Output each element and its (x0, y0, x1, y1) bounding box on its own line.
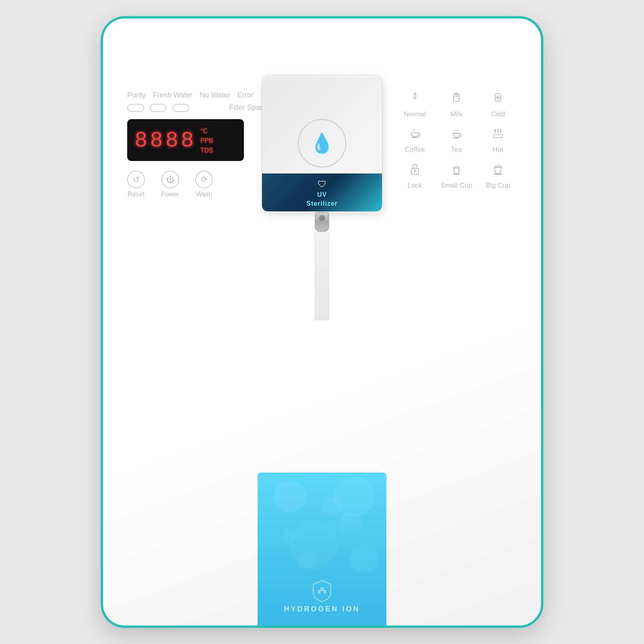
indicator-2 (150, 104, 167, 112)
mode-normal-button[interactable]: Normal (396, 91, 433, 118)
unit-celsius: °C (200, 126, 213, 136)
device-body: Purity Fresh Water No Water Error Filter… (101, 16, 543, 628)
coffee-label: Coffee (405, 146, 425, 154)
mode-small-cup-button[interactable]: Small Cup (438, 162, 475, 190)
purity-label: Purity (127, 91, 146, 99)
svg-rect-8 (453, 174, 460, 175)
cold-icon (491, 91, 505, 108)
water-logo: HYDROGEN ION (284, 578, 360, 613)
normal-icon (408, 91, 422, 108)
brand-text: HYDROGEN ION (284, 605, 360, 613)
power-icon: ⏻ (161, 171, 179, 188)
wash-label: Wash (196, 191, 212, 198)
tea-label: Tea (451, 146, 462, 154)
svg-rect-4 (453, 138, 460, 138)
svg-rect-5 (493, 134, 502, 138)
reset-label: Reset (128, 191, 144, 198)
indicator-3 (172, 104, 189, 112)
indicator-1 (127, 104, 144, 112)
drop-icon: 💧 (310, 132, 334, 155)
cold-label: Cold (491, 110, 505, 118)
hot-label: Hot (493, 146, 503, 154)
power-label: Power (161, 191, 179, 198)
big-cup-icon (491, 162, 505, 179)
mode-grid: Normal Milk (396, 91, 517, 190)
bottom-controls: ↺ Reset ⏻ Power ⟳ Wash (127, 171, 264, 198)
hot-icon (491, 126, 505, 143)
big-cup-label: Big Cup (486, 182, 510, 190)
fresh-water-label: Fresh Water (153, 91, 192, 99)
error-label: Error (237, 91, 254, 99)
mode-big-cup-button[interactable]: Big Cup (479, 162, 517, 190)
mode-milk-button[interactable]: Milk (438, 91, 475, 118)
status-row: Purity Fresh Water No Water Error (127, 91, 264, 99)
sterilizer-label: Sterilizer (306, 200, 338, 207)
display-digits: 8888 (134, 130, 196, 152)
uv-label: UV (317, 191, 327, 198)
svg-rect-10 (493, 174, 502, 175)
no-water-label: No Water (200, 91, 230, 99)
milk-label: Milk (450, 110, 462, 118)
mode-hot-button[interactable]: Hot (479, 126, 517, 154)
mode-tea-button[interactable]: Tea (438, 126, 475, 154)
mode-lock-button[interactable]: Lock (396, 162, 433, 190)
wash-icon: ⟳ (195, 171, 213, 188)
unit-tds: TDS (200, 146, 213, 155)
unit-ppb: PPB (200, 136, 213, 146)
uv-shield-icon: 🛡 (318, 179, 326, 190)
unit-labels: °C PPB TDS (200, 126, 213, 155)
reset-button[interactable]: ↺ Reset (127, 171, 145, 198)
dispenser-box: 💧 🛡 UV Sterilizer (262, 75, 382, 212)
uv-panel: 🛡 UV Sterilizer (262, 173, 382, 211)
small-cup-icon (450, 162, 463, 179)
right-panel: Normal Milk (396, 91, 517, 190)
reset-icon: ↺ (127, 171, 145, 188)
nozzle (315, 212, 329, 232)
center-unit: 💧 🛡 UV Sterilizer (258, 75, 386, 320)
mode-coffee-button[interactable]: Coffee (396, 126, 433, 154)
lock-icon (408, 162, 422, 179)
coffee-icon (408, 126, 422, 143)
lock-label: Lock (408, 182, 422, 190)
hydrogen-shield-icon (310, 578, 334, 603)
wash-button[interactable]: ⟳ Wash (195, 171, 213, 198)
small-cup-label: Small Cup (441, 182, 472, 190)
display-block: 8888 °C PPB TDS (127, 119, 244, 161)
mode-cold-button[interactable]: Cold (479, 91, 517, 118)
power-button[interactable]: ⏻ Power (161, 171, 179, 198)
svg-rect-3 (411, 137, 419, 138)
dispenser-circle: 💧 (298, 119, 346, 167)
svg-point-7 (414, 170, 416, 172)
water-section: HYDROGEN ION (258, 473, 386, 625)
indicator-row: Filter Span (127, 103, 264, 112)
normal-label: Normal (404, 110, 426, 118)
milk-icon (450, 91, 463, 108)
left-panel: Purity Fresh Water No Water Error Filter… (127, 91, 264, 198)
svg-rect-11 (495, 165, 500, 167)
tea-icon (450, 126, 463, 143)
spout-arm (315, 232, 329, 320)
